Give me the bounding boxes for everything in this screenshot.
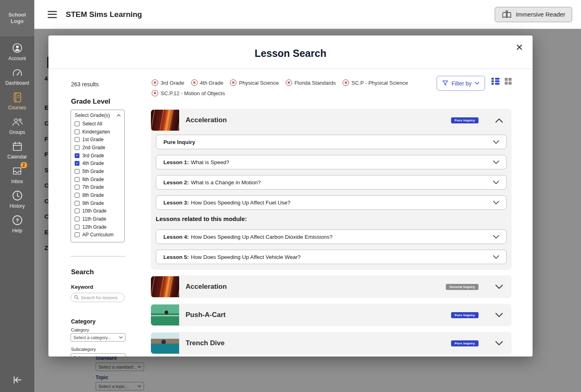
grade-option[interactable]: 12th Grade — [71, 223, 124, 231]
checkbox[interactable] — [75, 121, 79, 126]
checkbox[interactable] — [75, 185, 79, 190]
lesson-thumbnail — [151, 333, 179, 354]
checkbox[interactable] — [75, 217, 79, 221]
sidebar-item-groups[interactable]: Groups — [0, 116, 34, 135]
remove-filter-icon[interactable]: × — [152, 90, 158, 96]
funnel-icon — [442, 80, 448, 86]
remove-filter-icon[interactable]: × — [152, 79, 158, 86]
checkbox[interactable] — [75, 145, 79, 150]
list-view-icon — [491, 78, 499, 85]
inquiry-badge: General Inquiry — [446, 284, 479, 290]
checkbox[interactable] — [75, 225, 79, 229]
results-list: Acceleration Pure Inquiry Pure Inquiry L… — [151, 109, 512, 354]
subcategory-select[interactable]: Select a subcategory... — [71, 353, 125, 357]
app-title: STEM Sims Learning — [66, 10, 142, 19]
filter-by-button[interactable]: Filter by — [437, 76, 485, 91]
school-logo: School Logo — [0, 0, 34, 36]
subcategory-select-value: Select a subcategory... — [73, 355, 118, 357]
remove-filter-icon[interactable]: × — [230, 79, 236, 86]
checkbox[interactable] — [75, 177, 79, 182]
filter-chip[interactable]: × SC.P - Physical Science — [343, 79, 408, 86]
filter-chip[interactable]: × Florida Standards — [286, 79, 336, 86]
grade-option[interactable]: 7th Grade — [71, 183, 124, 192]
grade-option[interactable]: AP Curriculum — [71, 231, 124, 239]
checkbox[interactable] — [75, 193, 79, 198]
chevron-down-icon — [119, 336, 123, 339]
lesson-row[interactable]: Pure Inquiry — [156, 135, 507, 149]
result-card-header[interactable]: Acceleration Pure Inquiry — [151, 109, 512, 131]
filter-chip[interactable]: × 3rd Grade — [152, 79, 184, 86]
grid-view-icon — [505, 78, 512, 85]
filter-by-label: Filter by — [451, 80, 472, 87]
grade-option[interactable]: 2nd Grade — [71, 144, 124, 152]
chevron-down-icon — [119, 357, 123, 357]
list-view-button[interactable] — [491, 78, 499, 85]
grade-select-header[interactable]: Select Grade(s) — [71, 113, 124, 120]
result-card-header[interactable]: Push-A-Cart Pure Inquiry — [151, 304, 512, 326]
remove-filter-icon[interactable]: × — [191, 79, 198, 86]
grade-option[interactable]: 5th Grade — [71, 167, 124, 175]
grade-option[interactable]: 6th Grade — [71, 175, 124, 183]
result-card-header[interactable]: Acceleration General Inquiry — [151, 275, 512, 298]
checkbox[interactable] — [75, 169, 79, 174]
filter-chip[interactable]: × SC.P.12 - Motion of Objects — [152, 90, 225, 96]
grade-option[interactable]: 3rd Grade — [71, 152, 124, 160]
sidebar-item-help[interactable]: ? Help — [0, 214, 34, 234]
history-icon — [11, 190, 23, 202]
chevron-down-icon[interactable] — [495, 341, 503, 346]
keyword-label: Keyword — [71, 284, 93, 290]
lesson-row[interactable]: Lesson 5:How Does Speeding Up Affect Veh… — [156, 250, 507, 264]
category-select[interactable]: Select a category... — [71, 333, 125, 342]
checkbox[interactable] — [75, 153, 79, 158]
filter-chip-label: Florida Standards — [295, 80, 336, 86]
grid-view-button[interactable] — [505, 78, 512, 85]
checkbox[interactable] — [75, 201, 79, 206]
lesson-row[interactable]: Lesson 1:What is Speed? — [156, 155, 507, 169]
checkbox[interactable] — [75, 232, 79, 237]
lesson-row[interactable]: Lesson 4:How Does Speeding Up Affect Car… — [156, 229, 507, 244]
keyword-search-field[interactable] — [71, 293, 125, 302]
chevron-down-icon — [475, 82, 479, 85]
lesson-row[interactable]: Lesson 2:What is a Change in Motion? — [156, 175, 507, 190]
divider — [71, 256, 125, 256]
lesson-row[interactable]: Lesson 3:How Does Speeding Up Affect Fue… — [156, 195, 507, 210]
chevron-up-icon[interactable] — [495, 118, 503, 123]
chevron-down-icon — [493, 140, 499, 144]
chevron-down-icon[interactable] — [495, 313, 503, 317]
sidebar-nav: Account Dashboard — [0, 36, 34, 234]
lesson-thumbnail — [151, 304, 179, 325]
grade-level-listbox: Select Grade(s) Select All Kindergarten … — [71, 110, 125, 242]
checkbox[interactable] — [75, 209, 79, 213]
chevron-down-icon[interactable] — [495, 285, 503, 289]
remove-filter-icon[interactable]: × — [286, 79, 292, 86]
lesson-title: Acceleration — [186, 283, 446, 291]
courses-icon — [11, 91, 23, 103]
sidebar-item-courses[interactable]: Courses — [0, 91, 34, 111]
grade-option[interactable]: 1st Grade — [71, 136, 124, 144]
grade-option[interactable]: 11th Grade — [71, 215, 124, 223]
grade-option[interactable]: 8th Grade — [71, 191, 124, 199]
checkbox[interactable] — [75, 129, 79, 134]
grade-option[interactable]: Select All — [71, 120, 124, 128]
result-card-header[interactable]: Trench Dive Pure Inquiry — [151, 332, 512, 354]
grade-option[interactable]: Kindergarten — [71, 128, 124, 136]
sidebar-item-account[interactable]: Account — [0, 42, 34, 61]
checkbox[interactable] — [75, 161, 79, 166]
sidebar-item-history[interactable]: History — [0, 190, 34, 209]
svg-text:?: ? — [16, 217, 19, 223]
filter-chip[interactable]: × 4th Grade — [191, 79, 224, 86]
hamburger-menu-icon[interactable] — [48, 11, 57, 18]
account-icon — [11, 42, 23, 54]
sidebar-item-calendar[interactable]: Calendar — [0, 140, 34, 160]
filter-chip[interactable]: × Physical Science — [230, 79, 278, 86]
collapse-sidebar-button[interactable] — [12, 375, 23, 386]
sidebar-item-inbox[interactable]: 2 Inbox — [0, 165, 34, 184]
grade-option[interactable]: 10th Grade — [71, 207, 124, 215]
sidebar-item-dashboard[interactable]: Dashboard — [0, 67, 34, 86]
grade-option[interactable]: 9th Grade — [71, 199, 124, 207]
immersive-reader-button[interactable]: Immersive Reader — [495, 7, 572, 22]
grade-option[interactable]: 4th Grade — [71, 159, 124, 167]
checkbox[interactable] — [75, 137, 79, 142]
search-input[interactable] — [81, 295, 121, 300]
remove-filter-icon[interactable]: × — [343, 79, 349, 86]
